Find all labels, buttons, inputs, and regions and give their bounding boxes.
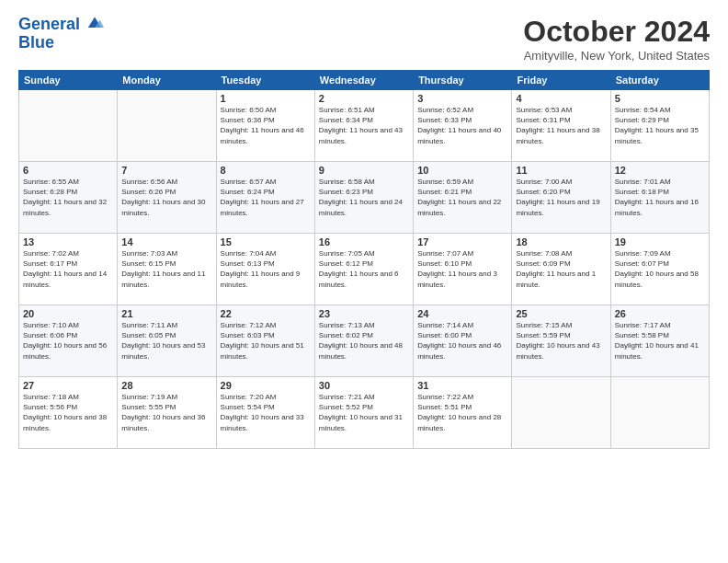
day-number: 17 (417, 236, 507, 247)
calendar-cell: 5Sunrise: 6:54 AM Sunset: 6:29 PM Daylig… (610, 90, 709, 162)
calendar-cell: 17Sunrise: 7:07 AM Sunset: 6:10 PM Dayli… (414, 234, 512, 305)
calendar-cell: 29Sunrise: 7:20 AM Sunset: 5:54 PM Dayli… (216, 377, 314, 449)
calendar-cell: 15Sunrise: 7:04 AM Sunset: 6:13 PM Dayli… (216, 234, 314, 305)
day-number: 13 (23, 236, 113, 247)
day-detail: Sunrise: 6:52 AM Sunset: 6:33 PM Dayligh… (417, 105, 507, 146)
day-detail: Sunrise: 6:59 AM Sunset: 6:21 PM Dayligh… (417, 177, 507, 218)
calendar-cell: 3Sunrise: 6:52 AM Sunset: 6:33 PM Daylig… (414, 90, 512, 162)
weekday-header-thursday: Thursday (414, 71, 512, 90)
weekday-header-sunday: Sunday (19, 71, 118, 90)
weekday-header-saturday: Saturday (610, 71, 709, 90)
day-number: 1 (221, 93, 311, 104)
day-detail: Sunrise: 7:05 AM Sunset: 6:12 PM Dayligh… (319, 248, 409, 290)
calendar-cell: 2Sunrise: 6:51 AM Sunset: 6:34 PM Daylig… (314, 90, 413, 162)
calendar-cell (118, 90, 216, 162)
calendar-cell: 7Sunrise: 6:56 AM Sunset: 6:26 PM Daylig… (118, 162, 216, 234)
calendar-cell: 24Sunrise: 7:14 AM Sunset: 6:00 PM Dayli… (414, 305, 512, 377)
day-detail: Sunrise: 7:19 AM Sunset: 5:55 PM Dayligh… (121, 392, 211, 433)
day-detail: Sunrise: 7:18 AM Sunset: 5:56 PM Dayligh… (23, 392, 113, 433)
day-detail: Sunrise: 7:11 AM Sunset: 6:05 PM Dayligh… (121, 320, 211, 362)
calendar-cell: 1Sunrise: 6:50 AM Sunset: 6:36 PM Daylig… (216, 90, 314, 162)
day-number: 26 (615, 308, 705, 319)
page-title: October 2024 (523, 15, 710, 49)
weekday-header-tuesday: Tuesday (216, 71, 314, 90)
calendar-cell (610, 377, 709, 449)
day-number: 7 (121, 165, 211, 176)
weekday-header-monday: Monday (118, 71, 216, 90)
calendar-cell: 19Sunrise: 7:09 AM Sunset: 6:07 PM Dayli… (610, 234, 709, 305)
day-detail: Sunrise: 7:17 AM Sunset: 5:58 PM Dayligh… (615, 320, 705, 362)
calendar-cell: 21Sunrise: 7:11 AM Sunset: 6:05 PM Dayli… (118, 305, 216, 377)
logo-subtitle: Blue (18, 34, 104, 52)
day-detail: Sunrise: 7:07 AM Sunset: 6:10 PM Dayligh… (417, 248, 507, 290)
day-detail: Sunrise: 7:22 AM Sunset: 5:51 PM Dayligh… (417, 392, 507, 433)
calendar-cell: 11Sunrise: 7:00 AM Sunset: 6:20 PM Dayli… (512, 162, 610, 234)
calendar-cell: 20Sunrise: 7:10 AM Sunset: 6:06 PM Dayli… (19, 305, 118, 377)
day-detail: Sunrise: 7:09 AM Sunset: 6:07 PM Dayligh… (615, 248, 705, 290)
calendar-cell: 31Sunrise: 7:22 AM Sunset: 5:51 PM Dayli… (414, 377, 512, 449)
day-detail: Sunrise: 6:50 AM Sunset: 6:36 PM Dayligh… (221, 105, 311, 146)
calendar-cell: 25Sunrise: 7:15 AM Sunset: 5:59 PM Dayli… (512, 305, 610, 377)
day-number: 4 (516, 93, 606, 104)
calendar-cell: 30Sunrise: 7:21 AM Sunset: 5:52 PM Dayli… (314, 377, 413, 449)
day-number: 8 (221, 165, 311, 176)
day-number: 14 (121, 236, 211, 247)
day-detail: Sunrise: 6:51 AM Sunset: 6:34 PM Dayligh… (319, 105, 409, 146)
day-number: 29 (221, 380, 311, 391)
day-detail: Sunrise: 7:15 AM Sunset: 5:59 PM Dayligh… (516, 320, 606, 362)
calendar-cell: 23Sunrise: 7:13 AM Sunset: 6:02 PM Dayli… (314, 305, 413, 377)
calendar-cell: 26Sunrise: 7:17 AM Sunset: 5:58 PM Dayli… (610, 305, 709, 377)
calendar-cell: 14Sunrise: 7:03 AM Sunset: 6:15 PM Dayli… (118, 234, 216, 305)
day-number: 24 (417, 308, 507, 319)
day-detail: Sunrise: 7:21 AM Sunset: 5:52 PM Dayligh… (319, 392, 409, 433)
calendar-cell: 18Sunrise: 7:08 AM Sunset: 6:09 PM Dayli… (512, 234, 610, 305)
day-number: 12 (615, 165, 705, 176)
day-number: 2 (319, 93, 409, 104)
day-number: 6 (23, 165, 113, 176)
day-number: 19 (615, 236, 705, 247)
calendar-cell: 6Sunrise: 6:55 AM Sunset: 6:28 PM Daylig… (19, 162, 118, 234)
day-detail: Sunrise: 6:57 AM Sunset: 6:24 PM Dayligh… (221, 177, 311, 218)
calendar-cell: 12Sunrise: 7:01 AM Sunset: 6:18 PM Dayli… (610, 162, 709, 234)
day-detail: Sunrise: 6:54 AM Sunset: 6:29 PM Dayligh… (615, 105, 705, 146)
day-detail: Sunrise: 7:02 AM Sunset: 6:17 PM Dayligh… (23, 248, 113, 290)
calendar-cell (512, 377, 610, 449)
day-detail: Sunrise: 7:20 AM Sunset: 5:54 PM Dayligh… (221, 392, 311, 433)
day-number: 20 (23, 308, 113, 319)
calendar-cell: 27Sunrise: 7:18 AM Sunset: 5:56 PM Dayli… (19, 377, 118, 449)
calendar-cell: 22Sunrise: 7:12 AM Sunset: 6:03 PM Dayli… (216, 305, 314, 377)
day-number: 30 (319, 380, 409, 391)
day-detail: Sunrise: 7:10 AM Sunset: 6:06 PM Dayligh… (23, 320, 113, 362)
day-detail: Sunrise: 7:12 AM Sunset: 6:03 PM Dayligh… (221, 320, 311, 362)
day-number: 16 (319, 236, 409, 247)
day-detail: Sunrise: 6:56 AM Sunset: 6:26 PM Dayligh… (121, 177, 211, 218)
day-detail: Sunrise: 6:58 AM Sunset: 6:23 PM Dayligh… (319, 177, 409, 218)
day-detail: Sunrise: 7:01 AM Sunset: 6:18 PM Dayligh… (615, 177, 705, 218)
calendar-table: SundayMondayTuesdayWednesdayThursdayFrid… (18, 70, 710, 449)
day-detail: Sunrise: 7:13 AM Sunset: 6:02 PM Dayligh… (319, 320, 409, 362)
calendar-cell: 4Sunrise: 6:53 AM Sunset: 6:31 PM Daylig… (512, 90, 610, 162)
day-detail: Sunrise: 6:53 AM Sunset: 6:31 PM Dayligh… (516, 105, 606, 146)
day-detail: Sunrise: 7:00 AM Sunset: 6:20 PM Dayligh… (516, 177, 606, 218)
day-number: 11 (516, 165, 606, 176)
day-number: 28 (121, 380, 211, 391)
day-number: 27 (23, 380, 113, 391)
day-number: 3 (417, 93, 507, 104)
day-number: 9 (319, 165, 409, 176)
day-number: 15 (221, 236, 311, 247)
day-number: 21 (121, 308, 211, 319)
calendar-cell: 9Sunrise: 6:58 AM Sunset: 6:23 PM Daylig… (314, 162, 413, 234)
weekday-header-wednesday: Wednesday (314, 71, 413, 90)
day-number: 22 (221, 308, 311, 319)
location-text: Amityville, New York, United States (523, 49, 710, 63)
day-number: 25 (516, 308, 606, 319)
day-detail: Sunrise: 6:55 AM Sunset: 6:28 PM Dayligh… (23, 177, 113, 218)
day-number: 5 (615, 93, 705, 104)
day-number: 23 (319, 308, 409, 319)
calendar-cell: 16Sunrise: 7:05 AM Sunset: 6:12 PM Dayli… (314, 234, 413, 305)
day-number: 18 (516, 236, 606, 247)
day-number: 31 (417, 380, 507, 391)
day-number: 10 (417, 165, 507, 176)
logo-text: General (18, 15, 104, 34)
logo: General Blue (18, 15, 104, 52)
